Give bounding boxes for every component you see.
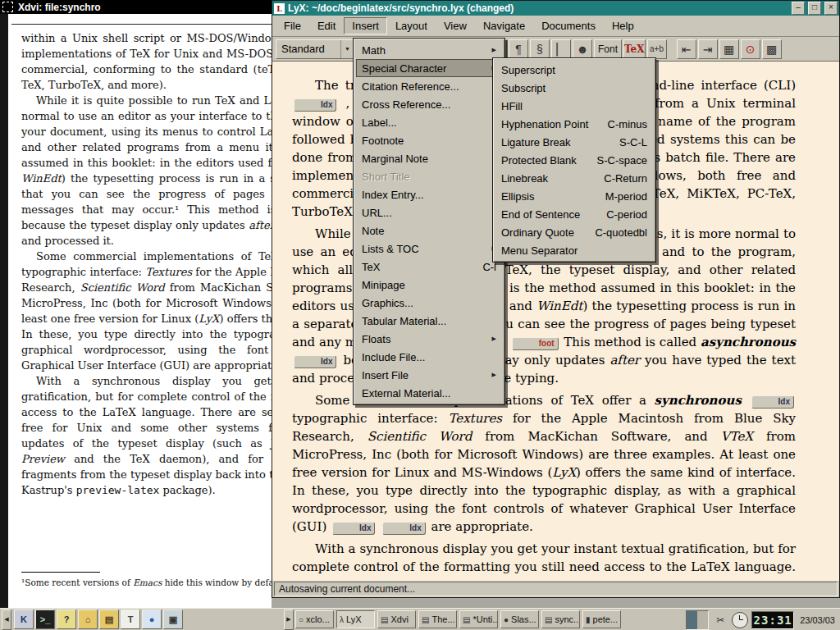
paragraph-style-combo[interactable]: Standard ▼ — [276, 39, 354, 59]
menu-item-label: TeX — [362, 261, 471, 273]
spchar-ligature-break[interactable]: Ligature BreakS-C-L — [495, 133, 653, 151]
depth-decrease-icon[interactable]: ⇤ — [677, 39, 696, 59]
insert-tabular-icon[interactable]: ▩ — [762, 39, 782, 59]
insert-table-icon[interactable]: ▦ — [719, 39, 739, 59]
depth-increase-icon[interactable]: ⇥ — [698, 39, 718, 59]
section-style-icon[interactable]: § — [530, 39, 550, 59]
task-icon: ○ — [299, 615, 304, 624]
insert-citation-reference[interactable]: Citation Reference... — [356, 77, 502, 95]
task-button-lyx[interactable]: λLyX — [336, 610, 375, 628]
menu-file[interactable]: File — [276, 17, 309, 34]
task-scroll-arrow[interactable]: ▶ — [284, 609, 294, 630]
spchar-hyphenation-point[interactable]: Hyphenation PointC-minus — [495, 115, 653, 133]
menu-navigate[interactable]: Navigate — [475, 17, 533, 34]
pager-desktop-1[interactable] — [687, 611, 697, 629]
panel-hide-arrow[interactable]: ◀ — [2, 609, 11, 630]
insert-math[interactable]: Math▶ — [356, 41, 502, 59]
tex-mode-button[interactable]: TeX — [623, 39, 646, 59]
spchar-protected-blank[interactable]: Protected BlankS-C-space — [495, 151, 653, 169]
terminal-icon[interactable]: >_ — [35, 609, 55, 629]
paragraph: With a synchronous display you get your … — [21, 373, 272, 498]
task-icon: λ — [340, 615, 344, 624]
menu-help[interactable]: Help — [604, 17, 642, 34]
menu-item-label: Floats — [362, 333, 484, 345]
digital-clock[interactable]: 23:31 — [751, 611, 794, 629]
insert-cross-reference[interactable]: Cross Reference... — [356, 95, 502, 113]
task-button-xdvi[interactable]: ▤Xdvi — [377, 610, 416, 628]
insert-external-material[interactable]: External Material... — [356, 384, 502, 402]
xdvi-titlebar[interactable]: Xdvi: file:synchro — [0, 0, 272, 14]
xdvi-scrollbar[interactable] — [0, 14, 8, 608]
noun-style-icon[interactable]: ☻ — [573, 39, 592, 59]
spchar-ellipsis[interactable]: EllipsisM-period — [495, 187, 653, 205]
combo-arrow-icon[interactable]: ▼ — [340, 40, 354, 58]
task-button-xclo[interactable]: ○xclo... — [295, 610, 334, 628]
font-dialog-button[interactable]: Font — [594, 39, 622, 59]
insert-floats[interactable]: Floats▶ — [356, 330, 502, 348]
spchar-menu-separator[interactable]: Menu Separator — [495, 241, 653, 259]
insert-lists-toc[interactable]: Lists & TOC▶ — [356, 240, 502, 258]
special-character-submenu: SuperscriptSubscriptHFillHyphenation Poi… — [492, 57, 656, 262]
insert-url[interactable]: URL... — [356, 203, 502, 221]
menu-documents[interactable]: Documents — [533, 17, 604, 34]
insert-tex[interactable]: TeXC-l — [356, 258, 502, 276]
home-folder-icon[interactable]: ⌂ — [78, 609, 98, 629]
insert-insert-file[interactable]: Insert File▶ — [356, 366, 502, 384]
task-button-the[interactable]: ▤The... — [418, 610, 457, 628]
spchar-end-of-sentence[interactable]: End of SentenceC-period — [495, 205, 653, 223]
k-menu-icon[interactable]: K — [14, 609, 34, 629]
web-browser-icon[interactable]: ● — [142, 609, 162, 629]
display-settings-icon[interactable]: ▣ — [163, 609, 183, 629]
lyx-titlebar[interactable]: L LyX: ~/doc/beginlatex/src/synchro.lyx … — [272, 1, 839, 16]
task-button-slas[interactable]: ●Slas... — [500, 610, 539, 628]
insert-graphics[interactable]: Graphics... — [356, 294, 502, 312]
index-inset[interactable]: Idx — [751, 395, 794, 409]
task-button-pete[interactable]: ▮pete... — [582, 610, 621, 628]
xdvi-page: within a Unix shell script or MS-DOS/Win… — [8, 14, 272, 608]
close-button[interactable]: × — [824, 2, 838, 15]
lyx-window-icon[interactable]: L — [274, 3, 285, 14]
emphasize-icon[interactable]: ¶ — [509, 39, 528, 59]
insert-tabular-material[interactable]: Tabular Material... — [356, 312, 502, 330]
insert-math-icon[interactable]: a+b — [647, 39, 667, 59]
spchar-linebreak[interactable]: LinebreakC-Return — [495, 169, 653, 187]
insert-short-title[interactable]: Short Title — [356, 167, 502, 185]
text-editor-icon[interactable]: T — [121, 609, 140, 629]
maximize-button[interactable]: □ — [808, 2, 821, 15]
index-inset[interactable]: Idx — [294, 98, 336, 112]
menu-edit[interactable]: Edit — [309, 17, 344, 34]
task-button-sync[interactable]: ▤sync... — [541, 610, 580, 628]
insert-note[interactable]: Note — [356, 221, 502, 240]
minimize-button[interactable]: – — [792, 2, 805, 15]
menu-layout[interactable]: Layout — [387, 17, 436, 34]
insert-marginal-note[interactable]: Marginal Note — [356, 149, 502, 167]
menu-view[interactable]: View — [436, 17, 475, 34]
desktop-pager[interactable] — [686, 610, 709, 630]
footnote-inset[interactable]: foot — [512, 337, 559, 350]
spchar-subscript[interactable]: Subscript — [495, 79, 653, 97]
pager-desktop-2[interactable] — [697, 611, 708, 629]
index-inset[interactable]: Idx — [382, 522, 425, 535]
index-inset[interactable]: Idx — [294, 355, 336, 368]
documents-folder-icon[interactable]: ▤ — [99, 609, 119, 629]
klipper-icon[interactable]: ✂ — [712, 612, 728, 628]
menu-item-label: Footnote — [362, 135, 496, 147]
insert-special-character[interactable]: Special Character▶ — [356, 59, 502, 77]
spchar-superscript[interactable]: Superscript — [495, 61, 653, 79]
index-inset[interactable]: Idx — [332, 522, 375, 535]
cursor-bar-icon[interactable]: ▏ — [551, 39, 571, 59]
spchar-ordinary-quote[interactable]: Ordinary QuoteC-quotedbl — [495, 223, 653, 241]
insert-include-file[interactable]: Include File... — [356, 348, 502, 366]
insert-index-entry[interactable]: Index Entry... — [356, 185, 502, 203]
footnote-separator — [21, 572, 100, 573]
insert-figure-icon[interactable]: ⊙ — [741, 39, 760, 59]
help-icon[interactable]: ? — [57, 609, 76, 629]
insert-minipage[interactable]: Minipage — [356, 276, 502, 294]
xdvi-window: Xdvi: file:synchro within a Unix shell s… — [0, 0, 272, 608]
menu-insert[interactable]: Insert — [344, 17, 387, 34]
task-button-unti[interactable]: ▤*Unti... — [459, 610, 498, 628]
insert-label[interactable]: Label... — [356, 113, 502, 131]
submenu-arrow-icon: ▶ — [492, 372, 496, 378]
spchar-hfill[interactable]: HFill — [495, 97, 653, 115]
insert-footnote[interactable]: Footnote — [356, 131, 502, 149]
